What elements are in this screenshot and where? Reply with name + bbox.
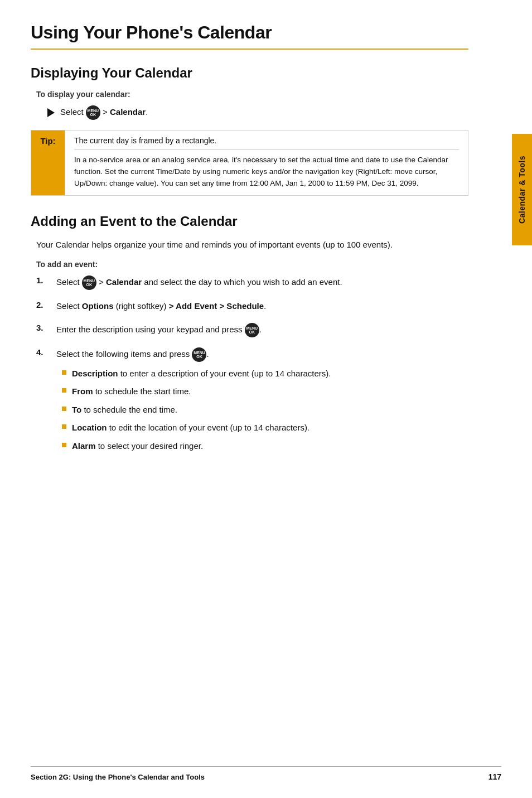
menu-ok-icon-1: MENUOK	[86, 105, 100, 120]
numbered-steps: 1. Select MENUOK > Calendar and select t…	[36, 275, 468, 458]
section2-instruction-label: To add an event:	[36, 260, 468, 269]
sub-bullet-from-text: From to schedule the start time.	[72, 385, 191, 398]
step-2: 2. Select Options (right softkey) > Add …	[36, 300, 468, 313]
menu-ok-icon-4: MENUOK	[192, 347, 206, 362]
title-divider	[31, 49, 468, 50]
sub-bullet-from: From to schedule the start time.	[62, 385, 468, 398]
sub-bullet-description: Description to enter a description of yo…	[62, 367, 468, 380]
bullet-square-4	[62, 424, 66, 429]
page-title: Using Your Phone's Calendar	[31, 22, 468, 43]
step-1: 1. Select MENUOK > Calendar and select t…	[36, 275, 468, 290]
bullet-square-2	[62, 388, 66, 393]
menu-ok-icon-3: MENUOK	[245, 323, 259, 337]
step-1-num: 1.	[36, 275, 50, 285]
section1-instruction-label: To display your calendar:	[36, 90, 468, 99]
step-4: 4. Select the following items and press …	[36, 347, 468, 458]
section2-heading: Adding an Event to the Calendar	[31, 214, 468, 229]
step-4-content: Select the following items and press MEN…	[56, 347, 468, 458]
step-3-num: 3.	[36, 323, 50, 332]
footer: Section 2G: Using the Phone's Calendar a…	[31, 766, 501, 781]
sub-bullet-description-text: Description to enter a description of yo…	[72, 367, 331, 380]
arrow-step: Select MENUOK > Calendar.	[47, 105, 468, 120]
sub-bullet-to-text: To to schedule the end time.	[72, 404, 177, 417]
tip-label-col: Tip:	[31, 130, 65, 195]
tip-label: Tip:	[40, 136, 55, 146]
step-2-content: Select Options (right softkey) > Add Eve…	[56, 300, 468, 313]
tip-box: Tip: The current day is framed by a rect…	[31, 130, 468, 196]
arrow-step-text: Select MENUOK > Calendar.	[60, 105, 148, 120]
sub-bullet-location-text: Location to edit the location of your ev…	[72, 422, 309, 434]
bullet-square-3	[62, 407, 66, 411]
section2-body-text: Your Calendar helps organize your time a…	[36, 238, 468, 251]
sub-bullet-alarm: Alarm to select your desired ringer.	[62, 440, 468, 453]
step-3-content: Enter the description using your keypad …	[56, 323, 468, 337]
step-2-num: 2.	[36, 300, 50, 309]
step-4-num: 4.	[36, 347, 50, 357]
tip-first-line: The current day is framed by a rectangle…	[74, 136, 459, 150]
sub-bullet-list: Description to enter a description of yo…	[62, 367, 468, 453]
bullet-square-5	[62, 443, 66, 447]
tip-content: The current day is framed by a rectangle…	[65, 130, 468, 195]
tip-body: In a no-service area or an analog servic…	[74, 154, 459, 190]
sub-bullet-to: To to schedule the end time.	[62, 404, 468, 417]
sidebar-tab-text: Calendar & Tools	[518, 156, 526, 224]
menu-ok-icon-2: MENUOK	[82, 275, 96, 290]
bullet-square-1	[62, 370, 66, 375]
step-1-content: Select MENUOK > Calendar and select the …	[56, 275, 468, 290]
footer-section-text: Section 2G: Using the Phone's Calendar a…	[31, 773, 205, 781]
footer-page-number: 117	[489, 772, 501, 781]
sub-bullet-alarm-text: Alarm to select your desired ringer.	[72, 440, 203, 453]
section1-heading: Displaying Your Calendar	[31, 65, 468, 81]
sub-bullet-location: Location to edit the location of your ev…	[62, 422, 468, 434]
arrow-icon	[47, 108, 55, 117]
step-3: 3. Enter the description using your keyp…	[36, 323, 468, 337]
sidebar-tab: Calendar & Tools	[512, 134, 532, 245]
